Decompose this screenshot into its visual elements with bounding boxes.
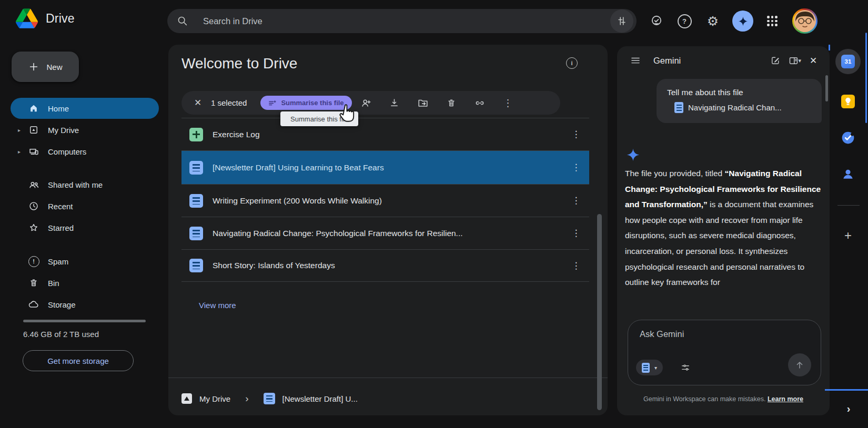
- people-icon: [28, 179, 39, 190]
- ask-gemini-box[interactable]: ▾: [628, 320, 821, 385]
- row-more-button[interactable]: ⋮: [563, 129, 589, 140]
- view-more-link[interactable]: View more: [199, 301, 236, 310]
- keep-app-button[interactable]: [835, 89, 861, 114]
- trash-icon: [28, 278, 39, 288]
- move-to-folder-button[interactable]: [409, 97, 437, 109]
- breadcrumb-root[interactable]: My Drive: [199, 394, 230, 403]
- search-bar[interactable]: [167, 9, 637, 33]
- sidebar-item-bin[interactable]: Bin: [11, 272, 159, 293]
- folder-move-icon: [417, 97, 429, 109]
- file-row-exercise-log[interactable]: Exercise Log ⋮: [181, 118, 589, 150]
- gemini-header: Gemini ▾ ✕: [617, 46, 830, 68]
- delete-button[interactable]: [437, 98, 466, 108]
- download-button[interactable]: [380, 97, 409, 108]
- sidebar-item-spam[interactable]: ! Spam: [11, 251, 159, 272]
- sheets-icon: [189, 128, 203, 141]
- hand-cursor-icon: [338, 103, 357, 124]
- expand-caret-icon[interactable]: ▸: [18, 127, 26, 133]
- sidebar-item-shared-with-me[interactable]: Shared with me: [11, 174, 159, 195]
- footer-divider: [168, 378, 608, 378]
- calendar-icon: 31: [841, 55, 855, 68]
- sidebar-item-home[interactable]: Home: [11, 98, 159, 119]
- gemini-scrollbar[interactable]: [825, 75, 828, 101]
- computers-icon: [28, 146, 39, 157]
- settings-button[interactable]: ⚙: [702, 11, 723, 32]
- file-row-navigating-radical-change[interactable]: Navigating Radical Change: Psychological…: [181, 217, 589, 249]
- link-icon: [474, 97, 486, 109]
- row-more-button[interactable]: ⋮: [563, 162, 589, 173]
- info-button[interactable]: i: [566, 57, 578, 69]
- file-row-writing-experiment[interactable]: Writing Experiment (200 Words While Walk…: [181, 184, 589, 217]
- sidebar-item-recent[interactable]: Recent: [11, 196, 159, 217]
- new-chat-button[interactable]: [766, 53, 784, 68]
- trash-icon: [446, 98, 457, 108]
- copy-link-button[interactable]: [466, 97, 494, 109]
- panel-dropdown-caret-icon[interactable]: ▾: [798, 57, 801, 64]
- sidebar-item-label: Shared with me: [48, 180, 103, 189]
- search-options-button[interactable]: [610, 9, 633, 33]
- sidebar-nav: Home ▸ My Drive ▸ Computers Shared with …: [11, 98, 159, 315]
- docs-icon: [264, 393, 275, 404]
- selected-count: 1 selected: [211, 98, 247, 107]
- gemini-title: Gemini: [653, 56, 766, 66]
- ask-gemini-input[interactable]: [639, 329, 799, 340]
- file-row-newsletter-draft-selected[interactable]: [Newsletter Draft] Using Learning to Bea…: [181, 150, 589, 184]
- sidebar-item-label: Bin: [48, 279, 59, 288]
- tasks-app-button[interactable]: [835, 125, 861, 150]
- gemini-sparkle-icon: [626, 148, 640, 162]
- blue-accent-line-vertical: [865, 33, 867, 123]
- tune-icon: [616, 15, 628, 27]
- send-button[interactable]: [788, 353, 811, 376]
- offline-status-button[interactable]: [646, 11, 667, 32]
- file-row-short-story[interactable]: Short Story: Islands of Yesterdays ⋮: [181, 249, 589, 282]
- gemini-disclaimer: Gemini in Workspace can make mistakes. L…: [617, 395, 830, 403]
- main-scrollbar[interactable]: [597, 214, 602, 410]
- my-drive-icon: [28, 125, 39, 135]
- check-circle-icon: [650, 14, 663, 28]
- storage-summary: 6.46 GB of 2 TB used: [23, 330, 99, 339]
- drive-logo: Drive: [16, 7, 75, 30]
- row-more-button[interactable]: ⋮: [563, 195, 589, 206]
- prompt-options-button[interactable]: [680, 362, 691, 373]
- sidebar-item-storage[interactable]: Storage: [11, 294, 159, 315]
- collapse-rail-button[interactable]: ›: [840, 401, 857, 416]
- docs-icon: [189, 227, 203, 240]
- drive-window: Drive ? ⚙: [0, 0, 868, 428]
- close-panel-button[interactable]: ✕: [804, 53, 822, 68]
- expand-caret-icon[interactable]: ▸: [18, 149, 26, 155]
- sidebar-item-starred[interactable]: Starred: [11, 217, 159, 238]
- sidebar-item-label: Computers: [48, 147, 86, 156]
- storage-progress-bar: [23, 320, 146, 322]
- row-more-button[interactable]: ⋮: [563, 260, 589, 271]
- chevron-right-icon: ›: [245, 393, 248, 404]
- drive-triangle-icon: [16, 8, 38, 28]
- breadcrumb-current-file[interactable]: [Newsletter Draft] U...: [282, 394, 358, 403]
- hamburger-icon: [630, 55, 641, 66]
- more-actions-button[interactable]: ⋮: [494, 97, 522, 109]
- add-app-button[interactable]: +: [835, 223, 861, 248]
- contacts-app-button[interactable]: [835, 161, 861, 187]
- apps-grid-button[interactable]: [762, 11, 783, 32]
- calendar-app-button[interactable]: 31: [835, 49, 861, 74]
- help-button[interactable]: ?: [674, 11, 695, 32]
- compose-icon: [770, 55, 781, 66]
- plus-icon: [28, 61, 39, 73]
- clock-icon: [28, 201, 39, 211]
- search-input[interactable]: [202, 16, 610, 27]
- account-avatar[interactable]: [792, 8, 817, 34]
- main-content-card: Welcome to Drive i ✕ 1 selected Summaris…: [168, 45, 608, 415]
- up-arrow-icon: [794, 359, 805, 371]
- row-more-button[interactable]: ⋮: [563, 228, 589, 239]
- docs-icon: [189, 259, 203, 272]
- sidebar-item-computers[interactable]: ▸ Computers: [11, 141, 159, 162]
- person-add-icon: [360, 97, 372, 109]
- sidebar-item-my-drive[interactable]: ▸ My Drive: [11, 119, 159, 140]
- gemini-menu-button[interactable]: [629, 53, 642, 68]
- get-more-storage-button[interactable]: Get more storage: [23, 350, 134, 371]
- new-button[interactable]: New: [12, 52, 79, 82]
- learn-more-link[interactable]: Learn more: [768, 395, 803, 403]
- gemini-response: The file you provided, titled “Navigatin…: [625, 166, 824, 290]
- gemini-button[interactable]: [732, 11, 753, 32]
- clear-selection-button[interactable]: ✕: [189, 97, 207, 108]
- context-file-chip[interactable]: ▾: [636, 360, 663, 375]
